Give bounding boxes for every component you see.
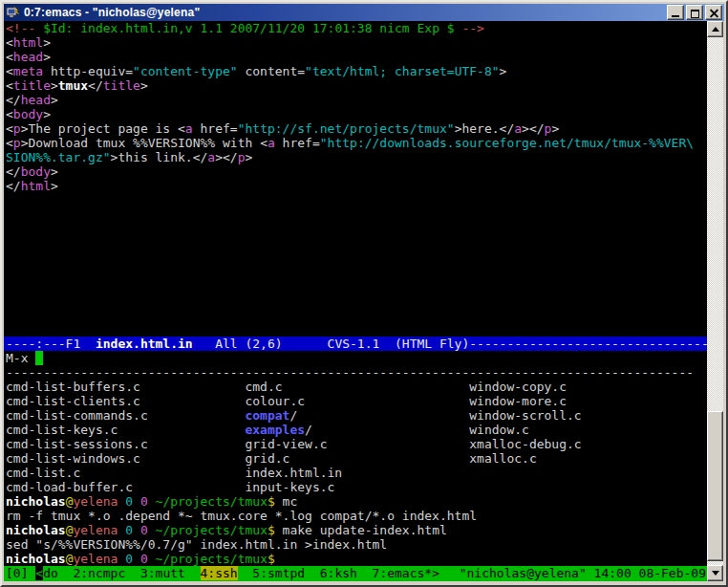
scrollbar-track[interactable]: [707, 37, 723, 565]
terminal-line: SION%%.tar.gz">this link.</a></p>: [4, 150, 707, 164]
text-segment: $: [268, 494, 275, 509]
text-segment: 0: [125, 523, 133, 537]
text-segment: a: [207, 150, 215, 164]
text-segment: [148, 494, 156, 509]
text-segment: here.: [461, 121, 499, 136]
text-segment: a: [268, 136, 275, 150]
text-cursor: [35, 351, 43, 365]
text-segment: ~/projects/tmux: [156, 523, 268, 537]
text-segment: ~/projects/tmux: [156, 552, 268, 566]
text-segment: >: [551, 121, 559, 136]
text-segment: sed "s/%%VERSION%%/0.7/g" index.html.in …: [6, 537, 387, 552]
tmux-window-item: 6:ksh: [320, 566, 373, 580]
tmux-status-right: "nicholas@yelena" 14:00 08-Feb-09: [460, 566, 706, 581]
text-segment: grid-view.c: [245, 437, 469, 451]
text-segment: cmd-list-windows.c: [6, 451, 245, 466]
maximize-button[interactable]: [686, 5, 703, 20]
window-titlebar[interactable]: 0:7:emacs - "nicholas@yelena": [4, 4, 724, 21]
text-segment: a: [514, 121, 522, 136]
scroll-down-button[interactable]: [707, 565, 723, 581]
text-segment: window-more.c: [469, 394, 567, 408]
terminal-line: cmd-list.c index.html.in: [4, 466, 707, 480]
text-segment: cmd-list.c: [6, 466, 245, 480]
text-segment: content=: [238, 64, 305, 78]
text-segment: <: [6, 107, 13, 121]
text-segment: "http://downloads.sourceforge.net/tmux/t…: [320, 136, 694, 150]
terminal-line: cmd-list-commands.c compat/ window-scrol…: [4, 408, 707, 423]
terminal-line: [4, 207, 707, 222]
scroll-up-icon: [712, 27, 719, 32]
terminal-line: <body>: [4, 107, 707, 121]
terminal-line: </head>: [4, 93, 707, 107]
text-segment: cmd-list-buffers.c: [6, 380, 245, 394]
text-segment: cmd-list-sessions.c: [6, 437, 245, 451]
text-segment: <!--: [6, 21, 43, 35]
text-segment: input-keys.c: [245, 480, 334, 494]
close-icon: [710, 9, 718, 17]
text-segment: >: [43, 107, 51, 121]
text-segment: this link.: [118, 150, 192, 164]
tmux-status-bar: [0] <do 2:ncmpc 3:mutt 4:ssh 5:smtpd 6:k…: [4, 566, 707, 581]
pane-separator: ----------------------------------------…: [4, 365, 707, 380]
text-segment: xmalloc-debug.c: [469, 437, 581, 451]
window-list-left-marker: <: [35, 566, 43, 580]
terminal-line: cmd-list-windows.c grid.c xmalloc.c: [4, 451, 707, 466]
text-segment: index.html.in: [96, 337, 193, 351]
window-title: 0:7:emacs - "nicholas@yelena": [24, 6, 665, 19]
text-segment: tmux: [58, 78, 88, 93]
text-segment: </: [6, 164, 21, 179]
scrollbar-thumb[interactable]: [707, 411, 723, 561]
text-segment: window-copy.c: [469, 380, 567, 394]
scroll-up-button[interactable]: [707, 21, 723, 37]
text-segment: <: [260, 136, 268, 150]
text-segment: colour.c: [245, 394, 469, 408]
text-segment: M-x: [6, 351, 35, 365]
text-segment: >: [51, 179, 58, 193]
text-segment: compat: [245, 408, 289, 423]
text-segment: "content-type": [133, 64, 238, 78]
text-segment: 0: [125, 494, 133, 509]
text-segment: mc: [275, 494, 297, 509]
text-segment: <: [6, 64, 13, 78]
text-segment: head: [21, 93, 51, 107]
scroll-down-icon: [712, 571, 719, 576]
terminal-line: [4, 279, 707, 294]
terminal-screen[interactable]: <!-- $Id: index.html.in,v 1.1 2007/11/20…: [4, 21, 707, 581]
text-segment: href=: [193, 121, 238, 136]
text-segment: p: [13, 136, 21, 150]
text-segment: title: [103, 78, 140, 93]
text-segment: <: [6, 50, 13, 64]
close-button[interactable]: [705, 5, 722, 20]
terminal-line: </html>: [4, 179, 707, 193]
terminal-line: cmd-list-clients.c colour.c window-more.…: [4, 394, 707, 408]
putty-window: 0:7:emacs - "nicholas@yelena" <!-- $Id: …: [0, 0, 728, 587]
text-segment: /: [289, 408, 469, 423]
text-segment: ----------------------------------------…: [6, 365, 694, 380]
text-segment: cmd-list-keys.c: [6, 423, 245, 437]
text-segment: <: [6, 121, 13, 136]
text-segment: [133, 552, 140, 566]
text-segment: -->: [455, 21, 484, 35]
scrollbar[interactable]: [707, 21, 723, 581]
text-segment: window-scroll.c: [469, 408, 581, 423]
text-segment: >: [43, 35, 51, 50]
text-segment: yelena: [73, 552, 118, 566]
terminal-line: [4, 222, 707, 236]
shell-prompt-line: nicholas@yelena 0 0 ~/projects/tmux$ mak…: [4, 523, 707, 537]
terminal-line: rm -f tmux *.o .depend *~ tmux.core *.lo…: [4, 509, 707, 523]
text-segment: yelena: [73, 494, 118, 509]
text-segment: 0: [140, 523, 148, 537]
minimize-icon: [672, 15, 679, 17]
text-segment: nicholas: [6, 494, 66, 509]
text-segment: cmd.c: [245, 380, 469, 394]
shell-prompt-line: nicholas@yelena 0 0 ~/projects/tmux$: [4, 552, 707, 566]
text-segment: [133, 494, 140, 509]
text-segment: >: [51, 93, 58, 107]
minimize-button[interactable]: [667, 5, 684, 20]
text-segment: Download tmux %%VERSION%% with: [28, 136, 260, 150]
text-segment: p: [13, 121, 21, 136]
text-segment: <: [6, 136, 13, 150]
terminal-line: cmd-list-keys.c examples/ window.c: [4, 423, 707, 437]
putty-terminal-icon: [6, 6, 20, 19]
emacs-modeline: ----:---F1 index.html.in All (2,6) CVS-1…: [4, 337, 707, 351]
